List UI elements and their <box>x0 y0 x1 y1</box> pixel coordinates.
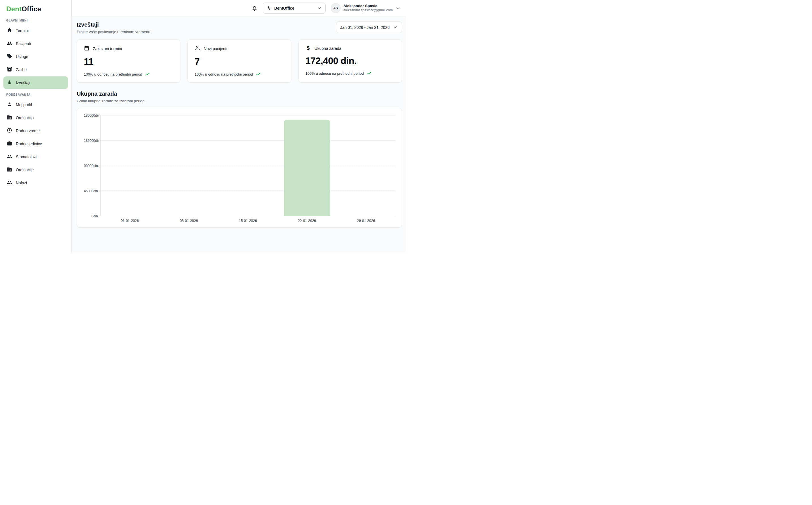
swap-vert-icon <box>267 6 272 10</box>
page-subtitle: Pratite vaše poslovanje u realnom vremen… <box>77 30 151 34</box>
chevron-down-icon <box>395 6 400 10</box>
chevron-down-icon <box>317 6 322 10</box>
stat-footer-text: 100% u odnosu na prethodni period <box>306 71 364 75</box>
page-header: Izveštaji Pratite vaše poslovanje u real… <box>77 21 402 34</box>
building-icon <box>7 167 12 173</box>
sidebar-item-nalozi[interactable]: Nalozi <box>3 177 68 189</box>
stat-value: 11 <box>84 56 173 67</box>
stat-card-header: $ Ukupna zarada <box>306 45 395 51</box>
user-info: Aleksandar Spasic aleksandar.spasiccc@gm… <box>343 4 393 13</box>
tag-icon <box>7 53 12 60</box>
chart-section-title: Ukupna zarada <box>77 91 402 97</box>
sidebar-item-ordinacije[interactable]: Ordinacije <box>3 164 68 176</box>
person-icon <box>7 102 12 108</box>
chart-x-axis: 01-01-202608-01-202615-01-202622-01-2026… <box>100 216 395 223</box>
sidebar-item-radne-jedinice[interactable]: Radne jedinice <box>3 138 68 150</box>
trending-up-icon <box>145 71 150 77</box>
chart-plot <box>100 116 395 216</box>
chart-bars <box>101 116 395 216</box>
chevron-down-icon <box>393 25 398 30</box>
bar-slot <box>101 116 159 216</box>
sidebar-item-izvestaji[interactable]: Izveštaji <box>3 76 68 89</box>
sidebar-item-label: Usluge <box>16 55 28 58</box>
bar-chart-icon <box>7 79 12 86</box>
sidebar-item-label: Termini <box>16 29 29 32</box>
app-logo: DentOffice <box>6 5 65 13</box>
sidebar-nav-main: Termini Pacijenti Usluge Zalihe Izveštaj… <box>3 24 68 89</box>
stat-card-zakazani-termini: Zakazani termini 11 100% u odnosu na pre… <box>77 39 180 82</box>
sidebar-item-label: Pacijenti <box>16 42 31 45</box>
page-title: Izveštaji <box>77 21 151 28</box>
stat-label: Novi pacijenti <box>203 46 227 51</box>
sidebar-item-label: Radne jedinice <box>16 142 42 146</box>
stat-card-novi-pacijenti: Novi pacijenti 7 100% u odnosu na pretho… <box>187 39 291 82</box>
building-icon <box>7 115 12 121</box>
sidebar-item-pacijenti[interactable]: Pacijenti <box>3 37 68 50</box>
top-bar: DentOffice AS Aleksandar Spasic aleksand… <box>71 0 406 16</box>
clinic-selector-label: DentOffice <box>274 6 314 10</box>
sidebar-item-radno-vreme[interactable]: Radno vreme <box>3 125 68 137</box>
chart-y-axis: 0din.45000din.90000din.135000din.180000d… <box>83 116 100 216</box>
avatar: AS <box>331 3 341 13</box>
trending-up-icon <box>366 71 371 76</box>
date-range-label: Jan 01, 2026 - Jan 31, 2026 <box>340 25 389 30</box>
y-axis-tick-label: 45000din. <box>84 189 99 193</box>
sidebar-item-usluge[interactable]: Usluge <box>3 50 68 63</box>
sidebar-section-label-glavni-meni: GLAVNI MENI <box>6 19 65 22</box>
stat-label: Ukupna zarada <box>315 46 341 51</box>
bar-slot <box>159 116 218 216</box>
notifications-button[interactable] <box>252 5 258 11</box>
sidebar-item-label: Ordinacije <box>16 168 34 172</box>
sidebar-item-label: Stomatolozi <box>16 155 36 159</box>
sidebar: DentOffice GLAVNI MENI Termini Pacijenti… <box>0 0 71 252</box>
content: Izveštaji Pratite vaše poslovanje u real… <box>71 16 406 252</box>
stat-value: 172,400 din. <box>306 55 395 66</box>
sidebar-item-moj-profil[interactable]: Moj profil <box>3 99 68 111</box>
stat-footer-text: 100% u odnosu na prethodni period <box>84 72 142 76</box>
app: DentOffice GLAVNI MENI Termini Pacijenti… <box>0 0 406 252</box>
clinic-selector[interactable]: DentOffice <box>263 3 326 14</box>
people-icon <box>7 180 12 186</box>
y-axis-tick-label: 0din. <box>84 214 99 218</box>
briefcase-icon <box>7 141 12 147</box>
bar-slot <box>337 116 395 216</box>
patients-icon <box>194 45 200 52</box>
clock-icon <box>7 128 12 134</box>
stat-footer: 100% u odnosu na prethodni period <box>194 71 284 77</box>
user-name: Aleksandar Spasic <box>343 4 393 8</box>
page-header-text: Izveštaji Pratite vaše poslovanje u real… <box>77 21 151 34</box>
x-axis-tick-label: 29-01-2026 <box>336 219 395 223</box>
sidebar-item-label: Moj profil <box>16 103 32 107</box>
calendar-icon <box>84 45 90 52</box>
bar-slot <box>218 116 278 216</box>
sidebar-item-label: Zalihe <box>16 68 27 71</box>
sidebar-item-label: Radno vreme <box>16 129 40 133</box>
sidebar-item-label: Ordinacija <box>16 116 34 120</box>
dollar-icon: $ <box>306 45 311 51</box>
sidebar-nav-settings: Moj profil Ordinacija Radno vreme Radne … <box>3 99 68 189</box>
inventory-icon <box>7 66 12 73</box>
user-menu[interactable]: AS Aleksandar Spasic aleksandar.spasiccc… <box>331 3 400 13</box>
home-icon <box>7 27 12 34</box>
x-axis-tick-label: 01-01-2026 <box>100 219 159 223</box>
main-area: DentOffice AS Aleksandar Spasic aleksand… <box>71 0 406 252</box>
bar-slot <box>278 116 336 216</box>
date-range-picker[interactable]: Jan 01, 2026 - Jan 31, 2026 <box>336 21 402 33</box>
sidebar-item-zalihe[interactable]: Zalihe <box>3 63 68 76</box>
stats-row: Zakazani termini 11 100% u odnosu na pre… <box>77 39 402 82</box>
sidebar-item-termini[interactable]: Termini <box>3 24 68 37</box>
sidebar-item-ordinacija[interactable]: Ordinacija <box>3 112 68 124</box>
user-email: aleksandar.spasiccc@gmail.com <box>343 8 393 12</box>
y-axis-tick-label: 180000din. <box>84 114 99 118</box>
x-axis-tick-label: 15-01-2026 <box>218 219 278 223</box>
bar[interactable] <box>284 120 330 216</box>
stat-footer: 100% u odnosu na prethodni period <box>84 71 173 77</box>
x-axis-tick-label: 22-01-2026 <box>278 219 337 223</box>
sidebar-item-stomatolozi[interactable]: Stomatolozi <box>3 151 68 163</box>
y-axis-tick-label: 135000din. <box>84 139 99 143</box>
sidebar-item-label: Nalozi <box>16 181 27 185</box>
stat-card-header: Zakazani termini <box>84 45 173 52</box>
y-axis-tick-label: 90000din. <box>84 164 99 168</box>
bell-icon <box>252 5 258 11</box>
stat-card-header: Novi pacijenti <box>194 45 284 52</box>
